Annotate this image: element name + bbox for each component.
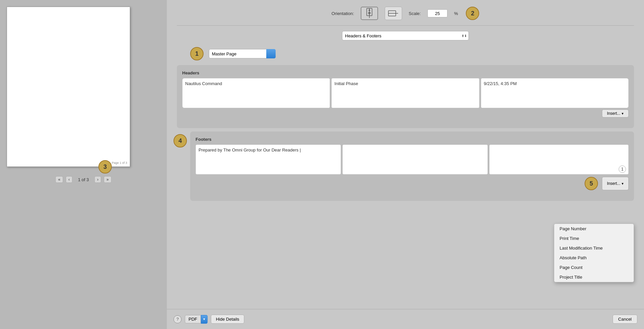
header-left-cell[interactable]: Nautilus Command — [182, 78, 330, 108]
master-row: 1 Master Page ⬆⬇ — [190, 47, 634, 60]
footers-cells-row: Prepared by The Omni Group for Our Dear … — [196, 144, 629, 176]
page-number-indicator: 1 — [619, 166, 626, 173]
page-indicator: 1 of 3 — [75, 177, 92, 182]
header-center-cell[interactable]: Initial Phase — [331, 78, 479, 108]
footers-section: Footers Prepared by The Omni Group for O… — [190, 131, 634, 201]
help-button[interactable]: ? — [174, 315, 182, 323]
badge-5: 5 — [585, 177, 598, 190]
footer-left-cell[interactable]: Prepared by The Omni Group for Our Dear … — [196, 144, 341, 175]
cancel-button[interactable]: Cancel — [613, 315, 637, 324]
scale-input[interactable] — [427, 9, 447, 17]
section-select[interactable]: Headers & Footers Background Title Page — [342, 31, 469, 40]
footers-insert-row: 5 Insert... — [196, 177, 629, 190]
master-page-select[interactable]: Master Page — [209, 49, 276, 58]
headers-insert-row: Insert... — [182, 109, 629, 117]
preview-page-label: Page 1 of 3 — [112, 161, 127, 164]
footer-right-cell-wrapper: 1 — [489, 144, 629, 176]
insert-page-number[interactable]: Page Number — [554, 224, 634, 234]
master-select-wrapper[interactable]: Master Page ⬆⬇ — [209, 49, 276, 58]
portrait-orientation-button[interactable] — [361, 7, 378, 20]
top-controls: Orientation: Scale: % 2 — [177, 7, 634, 20]
page-nav: « ‹ 1 of 3 › » — [55, 176, 111, 183]
insert-absolute-path[interactable]: Absolute Path — [554, 253, 634, 263]
headers-heading: Headers — [182, 70, 629, 75]
orientation-label: Orientation: — [332, 11, 354, 16]
badge-4: 4 — [174, 134, 187, 147]
footers-insert-button[interactable]: Insert... — [602, 177, 629, 190]
footer-center-cell[interactable] — [342, 144, 488, 175]
header-right-cell[interactable]: 9/22/15, 4:35 PM — [481, 78, 629, 108]
badge-3: 3 — [98, 160, 112, 174]
headers-cells-row: Nautilus Command Initial Phase 9/22/15, … — [182, 78, 629, 108]
nav-last-button[interactable]: » — [104, 176, 111, 183]
svg-marker-2 — [368, 9, 370, 11]
nav-prev-button[interactable]: ‹ — [66, 176, 72, 183]
hide-details-button[interactable]: Hide Details — [211, 315, 244, 324]
scale-label: Scale: — [409, 11, 421, 16]
footers-outer: 4 Footers Prepared by The Omni Group for… — [177, 131, 634, 201]
left-panel: Page 1 of 3 3 « ‹ 1 of 3 › » — [0, 0, 167, 329]
insert-print-time[interactable]: Print Time — [554, 234, 634, 243]
pdf-button[interactable]: PDF — [185, 315, 201, 323]
scale-percent: % — [454, 11, 458, 16]
nav-next-button[interactable]: › — [94, 176, 101, 183]
badge-1: 1 — [190, 47, 204, 60]
headers-insert-button[interactable]: Insert... — [602, 109, 629, 117]
landscape-orientation-button[interactable] — [385, 7, 402, 20]
footers-heading: Footers — [196, 137, 629, 142]
insert-last-modification-time[interactable]: Last Modification Time — [554, 243, 634, 253]
insert-page-count[interactable]: Page Count — [554, 263, 634, 272]
headers-section: Headers Nautilus Command Initial Phase 9… — [177, 65, 634, 128]
pdf-arrow-button[interactable]: ▾ — [201, 315, 208, 324]
insert-dropdown-menu: Page Number Print Time Last Modification… — [554, 224, 634, 282]
badge-2: 2 — [466, 7, 479, 20]
nav-first-button[interactable]: « — [55, 176, 63, 183]
pdf-select-wrapper: PDF ▾ — [185, 315, 208, 324]
bottom-bar: ? PDF ▾ Hide Details Cancel — [167, 309, 644, 329]
main-panel: Orientation: Scale: % 2 — [167, 0, 644, 329]
insert-project-title[interactable]: Project Title — [554, 272, 634, 282]
page-preview: Page 1 of 3 — [7, 7, 130, 167]
section-select-wrapper[interactable]: Headers & Footers Background Title Page — [342, 31, 469, 40]
divider — [177, 25, 634, 26]
section-select-row: Headers & Footers Background Title Page — [177, 31, 634, 40]
footer-right-cell[interactable] — [489, 144, 629, 175]
